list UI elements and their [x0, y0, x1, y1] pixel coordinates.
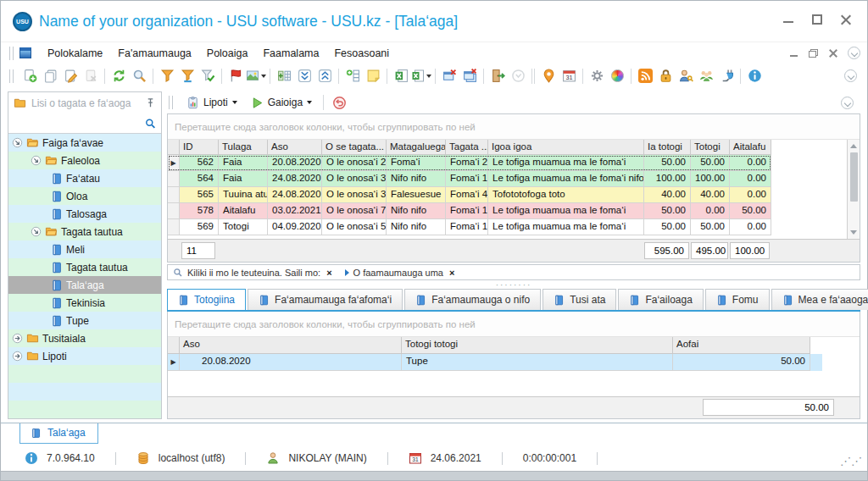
table-cell[interactable]: 50.00	[730, 203, 771, 219]
active-filter-label[interactable]: O faamaumauga uma	[353, 268, 443, 278]
table-cell[interactable]: Foma‘i 2	[446, 155, 488, 171]
tree-item-tagata-tautua[interactable]: Tagata tautua	[8, 223, 161, 240]
table-cell[interactable]: 562	[180, 155, 219, 171]
table-cell[interactable]: 50.00	[691, 155, 730, 171]
actions-button[interactable]: Gaioiga	[245, 94, 318, 112]
close-all-windows-button[interactable]	[459, 66, 480, 86]
tree-item-tupe[interactable]: Tupe	[8, 312, 161, 329]
table-cell[interactable]: 100.00	[691, 171, 730, 187]
insert-column-button[interactable]	[274, 66, 294, 86]
exit-button[interactable]	[487, 66, 508, 86]
user-rights-button[interactable]	[676, 66, 696, 86]
tab-fa-amaumauga-o-nifo[interactable]: Fa‘amaumauga o nifo	[404, 289, 541, 310]
clear-search-icon[interactable]: ×	[325, 268, 333, 278]
menubar-overflow-icon[interactable]	[848, 47, 860, 59]
mdi-close-button[interactable]	[828, 49, 837, 58]
filter-play-icon[interactable]	[345, 269, 349, 276]
close-window-button[interactable]	[439, 66, 459, 86]
table-cell[interactable]: Le tofiga muamua ma le foma‘i	[488, 155, 644, 171]
table-cell[interactable]: Tuuina atu	[219, 187, 268, 203]
tab-fa-amaumauga-fa-afoma-i[interactable]: Fa‘amaumauga fa‘afoma‘i	[248, 289, 403, 310]
table-row[interactable]: 569Totogi04.09.2020O le onosa‘i 5Nifo ni…	[168, 219, 771, 235]
flag-button[interactable]	[225, 66, 246, 86]
collapse-node-icon[interactable]	[12, 137, 23, 148]
edit-record-button[interactable]	[60, 66, 81, 86]
resize-grip[interactable]: ⋰⋰	[840, 455, 862, 467]
table-cell[interactable]: 564	[180, 171, 219, 187]
toolbar-grip[interactable]	[9, 69, 14, 83]
delete-record-button[interactable]	[81, 66, 101, 86]
table-cell[interactable]: 20.08.2020	[180, 354, 402, 371]
tree-item-oloa[interactable]: Oloa	[8, 187, 161, 205]
tab-totogiina[interactable]: Totogiina	[167, 289, 246, 310]
table-cell[interactable]: 50.00	[644, 203, 691, 219]
table-cell[interactable]: 0.00	[730, 219, 771, 235]
expand-all-button[interactable]	[314, 66, 335, 86]
filter-button[interactable]	[157, 66, 177, 86]
group-by-panel[interactable]: Перетащите сюда заголовок колонки, чтобы…	[168, 312, 860, 337]
scroll-down-icon[interactable]	[850, 230, 857, 235]
table-cell[interactable]: Totogi	[219, 219, 268, 235]
refresh-button[interactable]	[108, 66, 129, 86]
table-cell[interactable]: 0.00	[730, 171, 771, 187]
table-cell[interactable]: O le onosa‘i 2	[322, 155, 387, 171]
table-cell[interactable]: Foma‘i 1	[446, 203, 488, 219]
filter-edit-label[interactable]: Kiliki ii mo le teuteuina. Saili mo:	[187, 268, 320, 278]
table-cell[interactable]: Falesuesue	[387, 187, 446, 203]
table-cell[interactable]: 50.00	[644, 219, 691, 235]
image-menu-button[interactable]	[246, 66, 266, 86]
table-cell[interactable]: 565	[180, 187, 219, 203]
table-row[interactable]: 578Aitalafu03.02.2021O le onosa‘i 7Nifo …	[168, 203, 771, 219]
column-header[interactable]: Aitalafu	[730, 140, 771, 155]
table-cell[interactable]: Nifo nifo	[387, 171, 446, 187]
pin-icon[interactable]	[145, 97, 156, 108]
table-cell[interactable]: 0.00	[730, 187, 771, 203]
undo-button[interactable]	[329, 92, 349, 113]
table-cell[interactable]: O le onosa‘i 5	[322, 219, 387, 235]
table-cell[interactable]: 50.00	[691, 219, 730, 235]
tree-item-lipoti[interactable]: Lipoti	[8, 347, 161, 365]
table-cell[interactable]: O le onosa‘i 3	[322, 171, 387, 187]
table-cell[interactable]: Nifo nifo	[387, 219, 446, 235]
table-cell[interactable]: 40.00	[644, 187, 691, 203]
collapse-node-icon[interactable]	[31, 155, 42, 166]
column-header[interactable]: ID	[180, 140, 219, 155]
table-row[interactable]: ▶20.08.2020Tupe50.00	[168, 354, 822, 371]
mdi-minimize-button[interactable]	[789, 49, 798, 58]
table-row[interactable]: ▶562Faia20.08.2020O le onosa‘i 2Foma‘iFo…	[168, 155, 771, 171]
column-header[interactable]: Igoa igoa	[488, 140, 644, 155]
table-cell[interactable]: 20.08.2020	[268, 155, 322, 171]
table-cell[interactable]: 569	[180, 219, 219, 235]
panel-toolbar-overflow-button[interactable]	[837, 92, 857, 113]
expand-node-icon[interactable]	[12, 333, 23, 344]
table-cell[interactable]: 24.08.2020	[268, 171, 322, 187]
maximize-button[interactable]	[811, 14, 823, 25]
column-header[interactable]: Totogi totogi	[402, 337, 673, 354]
close-button[interactable]	[840, 14, 852, 25]
table-cell[interactable]: Tupe	[402, 354, 673, 371]
tab-tusi-ata[interactable]: Tusi ata	[542, 289, 616, 310]
column-header[interactable]: Ia totogi	[644, 140, 691, 155]
search-button[interactable]	[129, 66, 149, 86]
filter-apply-button[interactable]	[198, 66, 218, 86]
export-excel-menu-button[interactable]	[411, 66, 431, 86]
security-button[interactable]	[655, 66, 676, 86]
table-cell[interactable]: 0.00	[730, 155, 771, 171]
table-cell[interactable]: 50.00	[673, 354, 810, 371]
table-cell[interactable]: 03.02.2021	[268, 203, 322, 219]
column-header[interactable]: Matagaluega	[387, 140, 446, 155]
table-cell[interactable]: 40.00	[691, 187, 730, 203]
toolbar-grip[interactable]	[169, 96, 173, 109]
splitter-handle[interactable]: ········	[167, 280, 860, 289]
menu-fesoasoani[interactable]: Fesoasoani	[326, 44, 397, 63]
column-header[interactable]: Aso	[180, 337, 402, 354]
expand-node-icon[interactable]	[12, 351, 23, 362]
tree-item-faleoloa[interactable]: Faleoloa	[8, 152, 161, 169]
table-cell[interactable]: Le tofiga muamua ma le foma‘i nifo	[488, 171, 644, 187]
minimize-button[interactable]	[782, 14, 794, 25]
table-cell[interactable]: Le tofiga muamua ma le foma‘i	[488, 203, 644, 219]
table-cell[interactable]: Foma‘i	[387, 155, 446, 171]
scroll-up-icon[interactable]	[850, 144, 857, 148]
calendar-button[interactable]: 31	[559, 66, 579, 86]
tab-mea-e-fa-aaoga[interactable]: Mea e fa‘aaoga	[771, 289, 868, 310]
